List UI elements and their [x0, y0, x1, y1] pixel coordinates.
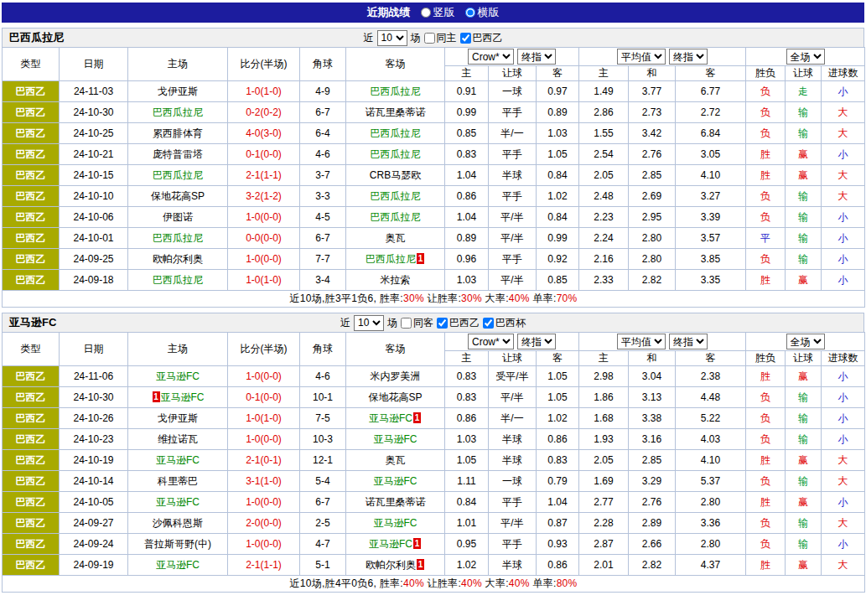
ah-stage-select[interactable]: 终指: [517, 334, 556, 349]
home-team[interactable]: 科里蒂巴: [128, 471, 228, 492]
home-team[interactable]: 亚马逊FC: [128, 366, 228, 387]
score-cell[interactable]: 4-0(3-0): [228, 123, 300, 144]
team-name[interactable]: 诺瓦里桑蒂诺: [366, 106, 426, 118]
team-name[interactable]: CRB马瑟欧: [370, 169, 421, 181]
recent-count-select[interactable]: 10: [377, 30, 407, 46]
team-name[interactable]: 巴西瓜拉尼: [371, 211, 421, 223]
team-name[interactable]: 伊图诺: [163, 211, 193, 223]
away-team[interactable]: 米内罗美洲: [346, 366, 445, 387]
team-name[interactable]: 亚马逊FC: [369, 538, 412, 550]
home-team[interactable]: 巴西瓜拉尼: [128, 228, 228, 249]
team-name[interactable]: 奥瓦: [386, 454, 406, 466]
team-name[interactable]: 巴西瓜拉尼: [153, 232, 203, 244]
score-cell[interactable]: 2-1(0-1): [228, 450, 300, 471]
same-away-checkbox[interactable]: [401, 318, 412, 329]
full-match-select[interactable]: 全场: [786, 334, 825, 349]
vertical-layout-radio[interactable]: [421, 8, 431, 18]
home-team[interactable]: 亚马逊FC: [128, 450, 228, 471]
away-team[interactable]: 巴西瓜拉尼: [346, 207, 445, 228]
team-name[interactable]: 普拉斯哥野(中): [144, 538, 211, 550]
eu-average-select[interactable]: 平均值: [617, 334, 666, 349]
eu-average-select[interactable]: 平均值: [617, 49, 666, 65]
horizontal-layout-radio[interactable]: [465, 8, 475, 18]
team-name[interactable]: 保地花高SP: [368, 391, 422, 403]
home-team[interactable]: 巴西瓜拉尼: [128, 102, 228, 123]
away-team[interactable]: 巴西瓜拉尼: [346, 144, 445, 165]
score-cell[interactable]: 2-0(0-0): [228, 513, 300, 534]
away-team[interactable]: 巴西瓜拉尼: [346, 123, 445, 144]
team-name[interactable]: 亚马逊FC: [156, 454, 200, 466]
filter-same-away[interactable]: 同客: [401, 316, 433, 330]
away-team[interactable]: 亚马逊FC1: [346, 408, 445, 429]
eu-stage-select[interactable]: 终指: [669, 334, 708, 349]
team-name[interactable]: 亚马逊FC: [369, 412, 412, 424]
team-name[interactable]: 巴西瓜拉尼: [371, 148, 421, 160]
away-team[interactable]: 亚马逊FC: [346, 513, 445, 534]
serie-b-checkbox[interactable]: [437, 318, 448, 329]
score-cell[interactable]: 2-1(1-1): [228, 555, 300, 576]
copa-checkbox[interactable]: [483, 318, 494, 329]
score-cell[interactable]: 0-0(0-0): [228, 228, 300, 249]
layout-option-vertical[interactable]: 竖版: [421, 5, 455, 20]
away-team[interactable]: 亚马逊FC1: [346, 534, 445, 555]
team-name[interactable]: 巴西瓜拉尼: [366, 253, 416, 265]
team-name[interactable]: 戈伊亚斯: [158, 412, 198, 424]
score-cell[interactable]: 1-0(0-0): [228, 366, 300, 387]
away-team[interactable]: 奥瓦: [346, 228, 445, 249]
away-team[interactable]: 诺瓦里桑蒂诺: [346, 102, 445, 123]
home-team[interactable]: 1亚马逊FC: [128, 387, 228, 408]
team-name[interactable]: 欧帕尔利奥: [366, 559, 416, 571]
away-team[interactable]: 保地花高SP: [346, 387, 445, 408]
score-cell[interactable]: 1-0(0-0): [228, 429, 300, 450]
same-home-checkbox[interactable]: [424, 33, 435, 44]
filter-league-serie-b[interactable]: 巴西乙: [460, 31, 503, 45]
score-cell[interactable]: 1-0(1-0): [228, 81, 300, 102]
team-name[interactable]: 亚马逊FC: [374, 517, 417, 529]
home-team[interactable]: 巴西瓜拉尼: [128, 165, 228, 186]
team-name[interactable]: 亚马逊FC: [374, 433, 417, 445]
serie-b-checkbox[interactable]: [460, 33, 471, 44]
score-cell[interactable]: 1-0(0-0): [228, 249, 300, 270]
home-team[interactable]: 累西腓体育: [128, 123, 228, 144]
team-name[interactable]: 维拉诺瓦: [158, 433, 198, 445]
score-cell[interactable]: 0-2(0-2): [228, 102, 300, 123]
away-team[interactable]: 诺瓦里桑蒂诺: [346, 492, 445, 513]
full-match-select[interactable]: 全场: [786, 49, 825, 65]
bookmaker-select[interactable]: Crow*: [468, 334, 514, 349]
team-name[interactable]: 沙佩科恩斯: [153, 517, 203, 529]
home-team[interactable]: 伊图诺: [128, 207, 228, 228]
team-name[interactable]: 巴西瓜拉尼: [153, 169, 203, 181]
filter-same-home[interactable]: 同主: [424, 31, 457, 45]
home-team[interactable]: 欧帕尔利奥: [128, 249, 228, 270]
away-team[interactable]: CRB马瑟欧: [346, 165, 445, 186]
team-name[interactable]: 巴西瓜拉尼: [153, 274, 203, 286]
away-team[interactable]: 亚马逊FC: [346, 471, 445, 492]
team-name[interactable]: 欧帕尔利奥: [153, 253, 203, 265]
score-cell[interactable]: 1-0(1-0): [228, 270, 300, 291]
bookmaker-select[interactable]: Crow*: [468, 49, 514, 65]
team-name[interactable]: 巴西瓜拉尼: [371, 85, 421, 97]
score-cell[interactable]: 1-0(0-0): [228, 492, 300, 513]
home-team[interactable]: 戈伊亚斯: [128, 408, 228, 429]
team-name[interactable]: 庞特普雷塔: [153, 148, 203, 160]
eu-stage-select[interactable]: 终指: [669, 49, 708, 65]
team-name[interactable]: 巴西瓜拉尼: [153, 106, 203, 118]
filter-copa-do-brasil[interactable]: 巴西杯: [483, 316, 526, 330]
ah-stage-select[interactable]: 终指: [517, 49, 556, 65]
team-name[interactable]: 亚马逊FC: [374, 475, 417, 487]
away-team[interactable]: 亚马逊FC: [346, 429, 445, 450]
away-team[interactable]: 巴西瓜拉尼: [346, 186, 445, 207]
away-team[interactable]: 欧帕尔利奥1: [346, 555, 445, 576]
score-cell[interactable]: 1-0(1-0): [228, 408, 300, 429]
home-team[interactable]: 维拉诺瓦: [128, 429, 228, 450]
home-team[interactable]: 亚马逊FC: [128, 492, 228, 513]
away-team[interactable]: 米拉索: [346, 270, 445, 291]
team-name[interactable]: 科里蒂巴: [158, 475, 198, 487]
team-name[interactable]: 奥瓦: [386, 232, 406, 244]
recent-count-select[interactable]: 10: [354, 315, 384, 331]
away-team[interactable]: 巴西瓜拉尼: [346, 81, 445, 102]
home-team[interactable]: 沙佩科恩斯: [128, 513, 228, 534]
team-name[interactable]: 亚马逊FC: [156, 496, 200, 508]
team-name[interactable]: 米内罗美洲: [371, 370, 421, 382]
team-name[interactable]: 累西腓体育: [153, 127, 203, 139]
